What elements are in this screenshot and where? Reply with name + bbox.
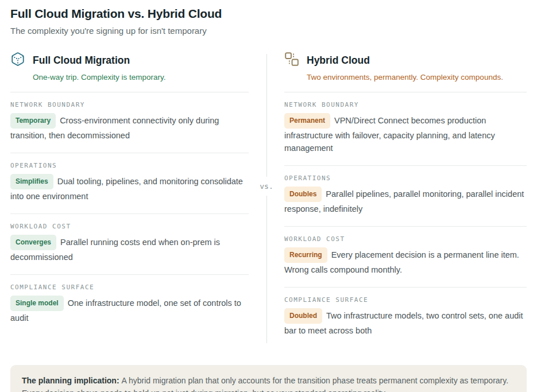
section-label: NETWORK BOUNDARY [10,101,249,108]
column-tagline: Two environments, permanently. Complexit… [307,73,527,81]
column-full-cloud: Full Cloud Migration One-way trip. Compl… [10,49,249,348]
section-compliance-surface: COMPLIANCE SURFACE Single modelOne infra… [10,275,249,335]
column-title: Hybrid Cloud [307,55,370,67]
column-title: Full Cloud Migration [33,55,130,67]
section-label: WORKLOAD COST [10,223,249,230]
status-badge: Simplifies [10,174,53,189]
hybrid-cloud-header: Hybrid Cloud Two environments, permanent… [284,49,527,92]
section-text: SimplifiesDual tooling, pipelines, and m… [10,174,249,203]
page-title: Full Cloud Migration vs. Hybrid Cloud [10,7,527,21]
callout-lead: The planning implication: [22,376,121,385]
status-badge: Recurring [284,247,327,263]
column-hybrid-cloud: Hybrid Cloud Two environments, permanent… [284,49,527,348]
status-badge: Single model [10,296,64,311]
section-text: Single modelOne infrastructure model, on… [10,296,249,324]
status-badge: Permanent [284,113,330,129]
section-text: PermanentVPN/Direct Connect becomes prod… [284,114,527,154]
section-label: COMPLIANCE SURFACE [10,284,249,291]
status-badge: Converges [10,235,56,250]
section-operations: OPERATIONS SimplifiesDual tooling, pipel… [10,153,249,214]
column-tagline: One-way trip. Complexity is temporary. [33,73,249,81]
vs-divider: vs. [249,49,284,348]
section-text: DoubledTwo infrastructure models, two co… [284,309,527,337]
section-network-boundary: NETWORK BOUNDARY TemporaryCross-environm… [10,92,249,153]
section-compliance-surface: COMPLIANCE SURFACE DoubledTwo infrastruc… [284,288,527,348]
divider-line [266,54,267,343]
full-cloud-header: Full Cloud Migration One-way trip. Compl… [10,49,249,92]
section-label: COMPLIANCE SURFACE [284,296,527,304]
page-subtitle: The complexity you're signing up for isn… [10,26,527,36]
section-network-boundary: NETWORK BOUNDARY PermanentVPN/Direct Con… [284,92,527,166]
section-workload-cost: WORKLOAD COST ConvergesParallel running … [10,214,249,275]
status-badge: Temporary [10,113,56,129]
section-label: OPERATIONS [284,174,527,182]
section-label: WORKLOAD COST [284,235,527,243]
dual-squares-icon [284,52,299,69]
section-text: TemporaryCross-environment connectivity … [10,114,249,142]
section-label: NETWORK BOUNDARY [284,101,527,108]
hexagon-box-icon [10,52,25,69]
vs-label: vs. [258,177,274,196]
status-badge: Doubles [284,187,322,202]
section-text: RecurringEvery placement decision is a p… [284,248,527,276]
section-text: DoublesParallel pipelines, parallel moni… [284,187,527,215]
planning-implication-callout: The planning implication: A hybrid migra… [10,365,527,392]
section-text: ConvergesParallel running costs end when… [10,235,249,263]
comparison-grid: Full Cloud Migration One-way trip. Compl… [10,49,527,348]
status-badge: Doubled [284,308,322,324]
section-label: OPERATIONS [10,162,249,169]
section-operations: OPERATIONS DoublesParallel pipelines, pa… [284,166,527,227]
comparison-page: Full Cloud Migration vs. Hybrid Cloud Th… [0,0,537,392]
section-workload-cost: WORKLOAD COST RecurringEvery placement d… [284,227,527,288]
